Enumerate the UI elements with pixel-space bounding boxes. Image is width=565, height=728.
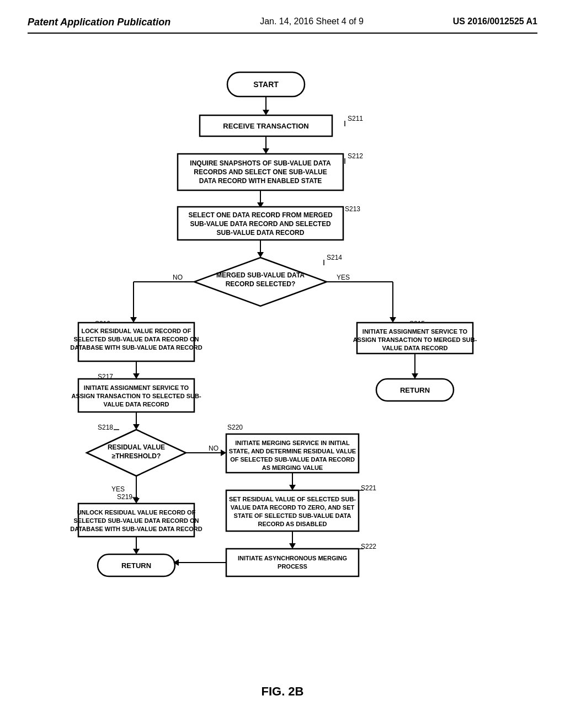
svg-text:YES: YES xyxy=(337,274,350,281)
svg-text:S218: S218 xyxy=(98,424,113,431)
svg-text:VALUE DATA RECORD: VALUE DATA RECORD xyxy=(382,345,448,351)
svg-text:INQUIRE SNAPSHOTS OF SUB-VALUE: INQUIRE SNAPSHOTS OF SUB-VALUE DATA xyxy=(190,159,331,167)
svg-rect-96 xyxy=(226,549,359,576)
svg-text:S214: S214 xyxy=(327,254,342,261)
svg-text:STATE, AND DETERMINE RESIDUAL : STATE, AND DETERMINE RESIDUAL VALUE xyxy=(229,448,356,454)
svg-marker-25 xyxy=(257,252,264,258)
figure-caption: FIG. 2B xyxy=(261,684,303,699)
svg-text:INITIATE MERGING SERVICE IN IN: INITIATE MERGING SERVICE IN INITIAL xyxy=(235,440,350,446)
svg-marker-56 xyxy=(412,373,418,379)
svg-text:DATABASE WITH SUB-VALUE DATA R: DATABASE WITH SUB-VALUE DATA RECORD xyxy=(70,344,202,351)
svg-text:STATE OF SELECTED SUB-VALUE DA: STATE OF SELECTED SUB-VALUE DATA xyxy=(234,512,351,519)
svg-text:S212: S212 xyxy=(348,152,363,160)
publication-date: Jan. 14, 2016 Sheet 4 of 9 xyxy=(260,17,364,26)
svg-marker-75 xyxy=(221,449,226,456)
svg-marker-84 xyxy=(289,485,296,490)
svg-text:RECORD AS DISABLED: RECORD AS DISABLED xyxy=(258,521,327,527)
svg-text:S220: S220 xyxy=(227,424,243,431)
svg-text:DATA RECORD WITH ENABLED STATE: DATA RECORD WITH ENABLED STATE xyxy=(199,177,322,185)
svg-text:RECORDS AND SELECT ONE SUB-VAL: RECORDS AND SELECT ONE SUB-VALUE xyxy=(194,168,327,176)
svg-text:VALUE DATA RECORD: VALUE DATA RECORD xyxy=(104,401,169,408)
svg-text:S213: S213 xyxy=(345,205,360,213)
svg-text:UNLOCK RESIDUAL VALUE RECORD O: UNLOCK RESIDUAL VALUE RECORD OF xyxy=(77,509,196,516)
svg-text:SUB-VALUE DATA RECORD AND SELE: SUB-VALUE DATA RECORD AND SELECTED xyxy=(190,220,331,228)
svg-text:INITIATE ASSIGNMENT SERVICE TO: INITIATE ASSIGNMENT SERVICE TO xyxy=(363,328,468,335)
svg-text:YES: YES xyxy=(111,485,125,493)
svg-text:NO: NO xyxy=(209,445,218,452)
svg-text:RECORD SELECTED?: RECORD SELECTED? xyxy=(226,280,296,288)
svg-text:OF SELECTED SUB-VALUE DATA REC: OF SELECTED SUB-VALUE DATA RECORD xyxy=(230,456,355,463)
svg-marker-100 xyxy=(133,498,140,504)
svg-text:S219: S219 xyxy=(117,493,132,501)
svg-marker-52 xyxy=(133,373,140,379)
svg-text:RETURN: RETURN xyxy=(121,561,151,570)
page-header: Patent Application Publication Jan. 14, … xyxy=(28,17,537,34)
svg-text:RECEIVE TRANSACTION: RECEIVE TRANSACTION xyxy=(223,122,308,130)
svg-text:RETURN: RETURN xyxy=(400,386,430,394)
svg-text:S211: S211 xyxy=(348,115,363,122)
svg-text:DATABASE WITH SUB-VALUE DATA R: DATABASE WITH SUB-VALUE DATA RECORD xyxy=(70,526,202,532)
svg-text:SELECTED SUB-VALUE DATA RECORD: SELECTED SUB-VALUE DATA RECORD ON xyxy=(74,336,199,342)
svg-text:LOCK RESIDUAL VALUE RECORD OF: LOCK RESIDUAL VALUE RECORD OF xyxy=(82,328,191,334)
svg-text:S221: S221 xyxy=(361,484,376,492)
svg-text:ASSIGN TRANSACTION TO SELECTED: ASSIGN TRANSACTION TO SELECTED SUB- xyxy=(71,393,201,399)
svg-text:≥THRESHOLD?: ≥THRESHOLD? xyxy=(112,452,161,460)
svg-marker-3 xyxy=(263,110,269,115)
svg-text:S222: S222 xyxy=(361,543,376,550)
diagram-container: START S211 RECEIVE TRANSACTION S212 INQU… xyxy=(28,56,537,699)
publication-label: Patent Application Publication xyxy=(28,17,170,28)
page: Patent Application Publication Jan. 14, … xyxy=(0,0,565,728)
svg-text:MERGED SUB-VALUE DATA: MERGED SUB-VALUE DATA xyxy=(216,271,305,279)
svg-text:INITIATE ASYNCHRONOUS MERGING: INITIATE ASYNCHRONOUS MERGING xyxy=(238,555,347,561)
svg-text:SELECTED SUB-VALUE DATA RECORD: SELECTED SUB-VALUE DATA RECORD ON xyxy=(74,517,199,524)
svg-text:AS MERGING VALUE: AS MERGING VALUE xyxy=(262,464,323,471)
svg-text:SUB-VALUE DATA RECORD: SUB-VALUE DATA RECORD xyxy=(217,229,305,237)
svg-marker-9 xyxy=(263,148,269,154)
svg-text:SELECT ONE DATA RECORD FROM ME: SELECT ONE DATA RECORD FROM MERGED xyxy=(188,211,332,219)
svg-marker-106 xyxy=(133,549,140,554)
svg-text:START: START xyxy=(253,80,279,89)
svg-marker-38 xyxy=(390,317,396,323)
svg-marker-93 xyxy=(289,543,296,549)
publication-number: US 2016/0012525 A1 xyxy=(453,17,537,26)
svg-text:ASSIGN TRANSACTION TO  MERGED : ASSIGN TRANSACTION TO MERGED SUB- xyxy=(353,336,477,343)
svg-text:SET RESIDUAL VALUE OF SELECTED: SET RESIDUAL VALUE OF SELECTED SUB- xyxy=(229,496,356,502)
svg-text:PROCESS: PROCESS xyxy=(278,563,307,570)
svg-text:VALUE DATA RECORD TO ZERO, AND: VALUE DATA RECORD TO ZERO, AND SET xyxy=(231,504,355,511)
svg-text:RESIDUAL VALUE: RESIDUAL VALUE xyxy=(108,443,165,451)
svg-marker-35 xyxy=(130,317,137,323)
svg-text:INITIATE ASSIGNMENT SERVICE TO: INITIATE ASSIGNMENT SERVICE TO xyxy=(84,384,189,391)
svg-text:NO: NO xyxy=(173,274,183,281)
flowchart-svg: START S211 RECEIVE TRANSACTION S212 INQU… xyxy=(45,61,520,668)
svg-marker-64 xyxy=(133,424,140,430)
